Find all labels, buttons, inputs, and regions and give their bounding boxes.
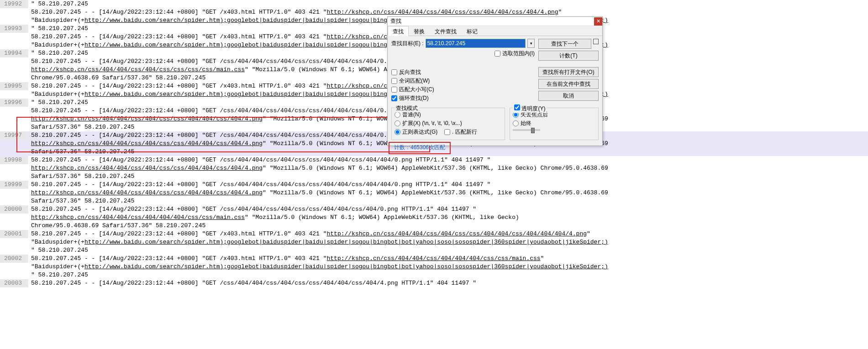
tab-replace[interactable]: 替换 xyxy=(409,26,430,36)
log-text[interactable]: Chrome/95.0.4638.69 Safari/537.36" 58.21… xyxy=(28,222,868,230)
dialog-titlebar[interactable]: 查找 ✕ xyxy=(388,17,602,26)
log-line[interactable]: "Baiduspider+(+http://www.baidu.com/sear… xyxy=(0,263,868,271)
dialog-title: 查找 xyxy=(388,17,594,25)
line-number: 20001 xyxy=(0,230,28,238)
chk-match-case-label: 匹配大小写(C) xyxy=(399,86,434,94)
log-text[interactable]: 58.210.207.245 - - [14/Aug/2022:23:12:44… xyxy=(28,181,868,189)
log-text[interactable]: "Baiduspider+(+http://www.baidu.com/sear… xyxy=(28,238,868,246)
chk-whole-word[interactable] xyxy=(391,78,397,84)
log-line[interactable]: http://kshcp.cn/css/404/404/css/404/css/… xyxy=(0,189,868,197)
find-next-button[interactable]: 查找下一个 xyxy=(538,39,591,49)
log-line[interactable]: Safari/537.36" 58.210.207.245 xyxy=(0,172,868,181)
log-line[interactable]: Safari/537.36" 58.210.207.245 xyxy=(0,197,868,205)
log-line[interactable]: 58.210.207.245 - - [14/Aug/2022:23:12:44… xyxy=(0,8,868,16)
tab-mark[interactable]: 标记 xyxy=(462,26,483,36)
chk-transparency[interactable] xyxy=(514,104,520,110)
transparency-slider[interactable] xyxy=(513,129,540,131)
radio-always[interactable] xyxy=(513,120,519,126)
log-text[interactable]: 58.210.207.245 - - [14/Aug/2022:23:12:44… xyxy=(28,255,868,263)
log-text[interactable]: http://kshcp.cn/css/404/404/css/404/css/… xyxy=(28,164,868,172)
cancel-button[interactable]: 取消 xyxy=(538,91,599,101)
radio-extended[interactable] xyxy=(395,120,400,126)
find-current-button[interactable]: 在当前文件中查找 xyxy=(538,79,599,89)
radio-regex[interactable] xyxy=(395,129,400,135)
line-number: 20003 xyxy=(0,279,28,287)
find-target-label: 查找目标(E) : xyxy=(391,40,424,47)
line-number: 19992 xyxy=(0,0,28,8)
log-text[interactable]: " 58.210.207.245 xyxy=(28,271,868,279)
log-line[interactable]: 1999958.210.207.245 - - [14/Aug/2022:23:… xyxy=(0,181,868,189)
find-next-extra-checkbox[interactable] xyxy=(593,39,599,44)
log-line[interactable]: "Baiduspider+(+http://www.baidu.com/sear… xyxy=(0,238,868,246)
line-number: 19995 xyxy=(0,82,28,90)
log-line[interactable]: 2000358.210.207.245 - - [14/Aug/2022:23:… xyxy=(0,279,868,287)
log-text[interactable]: Safari/537.36" 58.210.207.245 xyxy=(28,172,868,181)
radio-normal[interactable] xyxy=(395,112,400,118)
log-text[interactable]: 58.210.207.245 - - [14/Aug/2022:23:12:44… xyxy=(28,279,868,287)
log-line[interactable]: 1999858.210.207.245 - - [14/Aug/2022:23:… xyxy=(0,156,868,164)
log-line[interactable]: 2000058.210.207.245 - - [14/Aug/2022:23:… xyxy=(0,205,868,214)
chk-wrap-label: 循环查找(D) xyxy=(399,94,429,102)
log-text[interactable]: " 58.210.207.245 xyxy=(28,0,868,8)
radio-always-label: 始终 xyxy=(521,120,531,127)
tab-find-in-files[interactable]: 文件查找 xyxy=(430,26,462,36)
log-text[interactable]: http://kshcp.cn/css/404/404/css/404/404/… xyxy=(28,214,868,222)
find-status: 计数：465306次匹配 xyxy=(389,142,451,154)
chk-backward[interactable] xyxy=(391,69,397,75)
line-number: 20002 xyxy=(0,255,28,263)
find-all-open-button[interactable]: 查找所有打开文件(O) xyxy=(538,67,599,77)
log-line[interactable]: http://kshcp.cn/css/404/404/css/404/css/… xyxy=(0,164,868,172)
log-text[interactable]: Safari/537.36" 58.210.207.245 xyxy=(28,197,868,205)
radio-regex-label: 正则表达式(G) xyxy=(402,128,437,136)
log-line[interactable]: " 58.210.207.245 xyxy=(0,271,868,279)
line-number: 19998 xyxy=(0,156,28,164)
find-target-input[interactable] xyxy=(426,39,526,48)
line-number: 19996 xyxy=(0,99,28,107)
radio-extended-label: 扩展(X) (\n, \r, \t, \0, \x...) xyxy=(402,120,462,127)
line-number: 19997 xyxy=(0,131,28,140)
tab-find[interactable]: 查找 xyxy=(388,26,409,36)
chevron-down-icon[interactable]: ▾ xyxy=(527,39,535,48)
log-line[interactable]: " 58.210.207.245 xyxy=(0,246,868,255)
log-text[interactable]: 58.210.207.245 - - [14/Aug/2022:23:12:44… xyxy=(28,156,868,164)
line-number: 19994 xyxy=(0,49,28,57)
chk-whole-word-label: 全词匹配(W) xyxy=(399,77,430,85)
chk-dotall[interactable] xyxy=(444,129,450,135)
log-text[interactable]: http://kshcp.cn/css/404/404/css/404/css/… xyxy=(28,189,868,197)
dialog-tabs: 查找 替换 文件查找 标记 xyxy=(388,26,602,36)
log-line[interactable]: 19992" 58.210.207.245 xyxy=(0,0,868,8)
chk-wrap[interactable] xyxy=(391,95,397,101)
close-icon[interactable]: ✕ xyxy=(594,17,602,26)
log-text[interactable]: "Baiduspider+(+http://www.baidu.com/sear… xyxy=(28,263,868,271)
search-mode-group-label: 查找模式 xyxy=(395,104,419,112)
log-text[interactable]: " 58.210.207.245 xyxy=(28,246,868,255)
line-number: 20000 xyxy=(0,205,28,214)
log-line[interactable]: 2000258.210.207.245 - - [14/Aug/2022:23:… xyxy=(0,255,868,263)
line-number: 19993 xyxy=(0,25,28,33)
log-text[interactable]: 58.210.207.245 - - [14/Aug/2022:23:12:44… xyxy=(28,8,868,16)
log-line[interactable]: 2000158.210.207.245 - - [14/Aug/2022:23:… xyxy=(0,230,868,238)
count-button[interactable]: 计数(T) xyxy=(538,51,599,61)
chk-match-case[interactable] xyxy=(391,87,397,93)
line-number: 19999 xyxy=(0,181,28,189)
chk-backward-label: 反向查找 xyxy=(399,68,421,76)
log-text[interactable]: 58.210.207.245 - - [14/Aug/2022:23:12:44… xyxy=(28,205,868,214)
log-line[interactable]: Chrome/95.0.4638.69 Safari/537.36" 58.21… xyxy=(0,222,868,230)
find-dialog[interactable]: 查找 ✕ 查找 替换 文件查找 标记 查找目标(E) : ▾ 选取范围内(I) … xyxy=(387,16,603,146)
chk-dotall-label: . 匹配新行 xyxy=(452,128,477,136)
log-text[interactable]: 58.210.207.245 - - [14/Aug/2022:23:12:44… xyxy=(28,230,868,238)
chk-transparency-label: 透明度(Y) xyxy=(521,105,545,112)
chk-in-selection[interactable] xyxy=(494,51,500,57)
chk-in-selection-label: 选取范围内(I) xyxy=(502,50,535,57)
log-line[interactable]: http://kshcp.cn/css/404/404/css/404/404/… xyxy=(0,214,868,222)
